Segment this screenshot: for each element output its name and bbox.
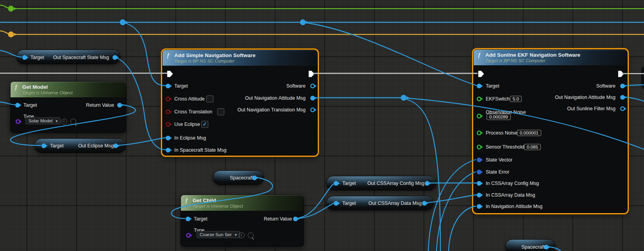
ekfswitch-value[interactable]: 5.0 [510, 96, 522, 102]
pin-out-nav-attitude-msg[interactable] [620, 95, 625, 100]
function-icon: ƒ [166, 52, 170, 59]
node-spacecraft-getter-bottom[interactable]: Spacecraft [505, 239, 555, 251]
process-noise-value[interactable]: 0.000001 [517, 130, 541, 136]
type-dropdown[interactable]: Solar Model▾ [25, 117, 61, 124]
node-get-model[interactable]: ƒ Get Model Target is Universe Object Ta… [10, 81, 126, 133]
node-header: ƒ Get Child Target is Universe Object [181, 195, 304, 211]
pin-label: Target [342, 201, 356, 206]
pin-cross-attitude-in[interactable] [166, 97, 170, 101]
node-add-simple-navigation-software[interactable]: ƒ Add Simple Navigation Software Target … [162, 50, 318, 156]
reset-icon[interactable] [239, 233, 245, 238]
pin-msg-out[interactable] [422, 201, 427, 206]
node-subtitle: Target is BP NS SC Computer [174, 59, 234, 63]
pin-label: Return Value [264, 216, 292, 222]
node-get-child[interactable]: ƒ Get Child Target is Universe Object Ta… [181, 195, 304, 247]
node-add-sunline-ekf-navigation-software[interactable]: ƒ Add Sunline EKF Navigation Software Ta… [473, 49, 628, 213]
node-out-cssarray-data-msg[interactable]: Target Out CSSArray Data Msg [326, 196, 434, 210]
pin-label: Spacecraft [230, 175, 253, 181]
pin-in-eclipse-msg[interactable] [166, 136, 170, 140]
pin-label: In CSSArray Data Msg [486, 192, 535, 198]
pin-target-in[interactable] [22, 55, 27, 60]
graph-canvas[interactable]: Target Out Spacecraft State Msg ƒ Get Mo… [0, 0, 644, 251]
pin-label: Target [30, 55, 44, 60]
pin-cross-translation-in[interactable] [166, 109, 170, 114]
type-dropdown[interactable]: Coarse Sun Ser▾ [197, 231, 240, 238]
node-title: Get Model [22, 84, 48, 90]
pin-msg-out[interactable] [113, 143, 118, 148]
pin-state-error-in[interactable] [477, 170, 481, 174]
pin-return-out[interactable] [293, 217, 298, 221]
node-out-spacecraft-state-msg[interactable]: Target Out Spacecraft State Msg [16, 50, 120, 64]
pin-use-eclipse-in[interactable] [166, 122, 170, 127]
exec-out-pin[interactable] [309, 71, 315, 77]
pin-process-noise-in[interactable] [477, 131, 481, 135]
function-icon: ƒ [185, 197, 188, 204]
pin-label: State Error [486, 169, 509, 175]
pin-spacecraft-out[interactable] [252, 176, 257, 180]
pin-target-in[interactable] [334, 181, 338, 186]
pin-target-in[interactable] [41, 143, 46, 148]
cross-translation-checkbox[interactable] [217, 108, 224, 115]
pin-label: Out Navigation Attitude Msg [245, 95, 306, 101]
pin-label: Cross Translation [174, 109, 212, 115]
pin-msg-out[interactable] [425, 181, 429, 186]
pin-out-sunline-filter-msg[interactable] [620, 106, 625, 111]
node-title: Add Sunline EKF Navigation Software [485, 52, 580, 58]
pin-target-in[interactable] [477, 84, 481, 88]
cross-attitude-checkbox[interactable] [206, 95, 213, 102]
pin-target-in[interactable] [334, 201, 338, 206]
pin-out-nav-translation-msg[interactable] [310, 108, 315, 112]
pin-target-in[interactable] [15, 103, 20, 108]
pin-in-cssarray-config-msg[interactable] [477, 181, 481, 186]
reset-icon[interactable] [61, 119, 67, 125]
chevron-down-icon: ▾ [235, 233, 237, 237]
pin-label: Spacecraft [521, 244, 545, 250]
node-subtitle: Target is Universe Object [22, 90, 73, 95]
function-icon: ƒ [14, 84, 18, 90]
node-out-eclipse-msg[interactable]: Target Out Eclipse Msg [34, 138, 126, 153]
chevron-down-icon: ▾ [55, 119, 57, 123]
node-out-cssarray-config-msg[interactable]: Target Out CSSArray Config Msg [326, 176, 436, 190]
pin-label: Target [342, 181, 356, 186]
exec-out-pin[interactable] [618, 71, 624, 77]
exec-in-pin[interactable] [167, 71, 173, 77]
pin-out-nav-attitude-msg[interactable] [310, 96, 315, 100]
pin-type-in[interactable] [16, 119, 20, 124]
pin-type-in[interactable] [186, 233, 191, 238]
use-eclipse-checkbox[interactable]: ✓ [201, 121, 208, 128]
search-icon[interactable] [248, 233, 254, 238]
pin-in-cssarray-data-msg[interactable] [477, 193, 481, 197]
exec-in-pin[interactable] [478, 71, 484, 77]
pin-label: Target [486, 83, 499, 89]
pin-label: Out Eclipse Msg [78, 143, 114, 149]
pin-in-navigation-attitude-msg[interactable] [477, 204, 481, 209]
node-spacecraft-getter[interactable]: Spacecraft [213, 170, 264, 185]
pin-label: Use Eclipse [174, 122, 200, 127]
pin-label: Target [174, 83, 188, 89]
pin-observation-noise-in[interactable] [477, 114, 481, 118]
pin-label: Return Value [86, 102, 114, 108]
pin-state-vector-in[interactable] [477, 158, 481, 162]
pin-label: Target [50, 143, 64, 149]
sensor-threshold-value[interactable]: 0.085 [524, 144, 541, 150]
pin-ekfswitch-in[interactable] [477, 97, 481, 101]
pin-in-spacecraft-state-msg[interactable] [166, 148, 170, 152]
pin-msg-out[interactable] [113, 55, 117, 60]
pin-software-out[interactable] [310, 84, 315, 88]
pin-label: Software [286, 83, 306, 89]
pin-spacecraft-out[interactable] [544, 245, 549, 249]
pin-sensor-threshold-in[interactable] [477, 145, 481, 149]
pin-target-in[interactable] [186, 217, 190, 221]
node-clipped-right-edge[interactable] [641, 65, 644, 90]
pin-label: Out Navigation Translation Msg [238, 107, 306, 113]
search-icon[interactable] [70, 119, 76, 125]
variable-wires [0, 5, 644, 34]
pin-label: Out CSSArray Config Msg [367, 181, 424, 186]
pin-label: Out CSSArray Data Msg [369, 201, 422, 206]
pin-label: Target [194, 216, 208, 222]
pin-target-in[interactable] [166, 84, 170, 88]
pin-return-out[interactable] [117, 103, 122, 108]
pin-software-out[interactable] [620, 84, 625, 88]
observation-noise-value[interactable]: 0.000289 [487, 114, 511, 120]
pin-label: State Vector [486, 157, 512, 163]
